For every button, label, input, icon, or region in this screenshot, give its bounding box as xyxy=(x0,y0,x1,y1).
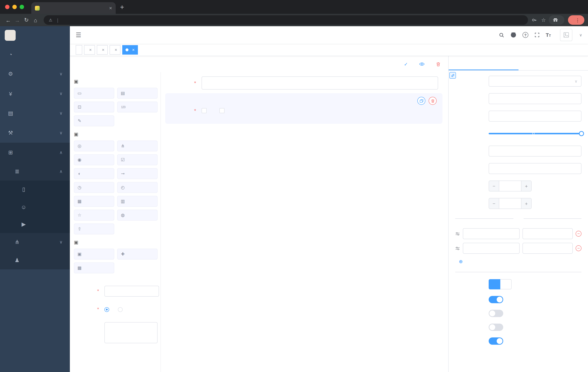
palette-item-button[interactable]: ✚ xyxy=(117,249,158,260)
sidebar-item-leave-query[interactable]: ♟ xyxy=(0,251,70,269)
sidebar-item-task-management[interactable]: ⋔ ∨ xyxy=(0,233,70,251)
tag-close-icon[interactable]: × xyxy=(132,47,135,52)
sidebar-item-process-management[interactable]: ≣ ∧ xyxy=(0,162,70,181)
tag-home[interactable] xyxy=(76,45,82,54)
sidebar-item-process-model[interactable]: ▶ xyxy=(0,215,70,233)
palette-item-time-range[interactable]: ◴ xyxy=(117,182,158,193)
increase-button[interactable]: + xyxy=(521,181,531,191)
drag-handle-icon[interactable] xyxy=(455,232,460,236)
form-grid-slider[interactable] xyxy=(489,128,581,139)
stepper-placeholder[interactable] xyxy=(499,198,521,209)
palette-item-select[interactable]: ◎ xyxy=(74,140,114,151)
tag-process-form-edit[interactable]: × xyxy=(122,45,138,54)
remove-option-button[interactable]: − xyxy=(576,245,581,251)
copy-component-button[interactable] xyxy=(417,97,425,105)
palette-item-row-container[interactable]: ▣ xyxy=(74,249,114,260)
tab-component-props[interactable] xyxy=(449,56,518,70)
browser-menu-icon[interactable]: ⋮ xyxy=(575,17,580,23)
phone-input[interactable] xyxy=(202,76,438,90)
palette-item-time-picker[interactable]: ◷ xyxy=(74,182,114,193)
delete-component-button[interactable] xyxy=(429,97,437,105)
tab-form-props[interactable] xyxy=(518,56,588,70)
stepper-placeholder[interactable] xyxy=(499,181,521,191)
gender-field-selected[interactable] xyxy=(165,93,442,124)
back-button[interactable]: ← xyxy=(4,15,13,25)
increase-button[interactable]: + xyxy=(521,198,531,209)
remove-option-button[interactable]: − xyxy=(576,231,581,237)
hamburger-icon[interactable]: ☰ xyxy=(76,31,81,39)
gender-option2-checkbox[interactable] xyxy=(220,108,227,113)
gender-option1-checkbox[interactable] xyxy=(202,108,209,113)
sidebar-item-process-form[interactable]: ▯ xyxy=(0,181,70,198)
app-logo[interactable] xyxy=(0,26,70,44)
default-value-input[interactable] xyxy=(489,163,581,174)
font-size-icon[interactable]: TT xyxy=(546,32,551,37)
palette-item-color-picker[interactable]: ◍ xyxy=(117,210,158,221)
status-on-radio[interactable] xyxy=(105,307,111,312)
title-input[interactable] xyxy=(489,111,581,122)
address-bar[interactable]: ⚠ | xyxy=(44,15,528,25)
tag-close-icon[interactable]: × xyxy=(89,47,92,52)
palette-item-counter[interactable]: 123 xyxy=(117,102,158,112)
palette-item-rate[interactable]: ☆ xyxy=(74,210,114,221)
border-switch[interactable] xyxy=(489,310,503,317)
home-button[interactable]: ⌂ xyxy=(31,15,40,25)
sidebar-item-system[interactable]: ⚙ ∨ xyxy=(0,64,70,84)
palette-item-cascader[interactable]: ⋔ xyxy=(117,140,158,151)
search-icon[interactable] xyxy=(499,32,504,38)
github-icon[interactable] xyxy=(511,32,516,38)
minimize-window-button[interactable] xyxy=(12,5,17,9)
close-window-button[interactable] xyxy=(5,5,10,9)
palette-item-slider[interactable]: ⊸ xyxy=(117,168,158,179)
new-tab-button[interactable]: + xyxy=(120,3,124,10)
tag-process-model[interactable]: × xyxy=(97,45,108,54)
palette-item-single-line[interactable]: ▭ xyxy=(74,88,114,99)
show-label-switch[interactable] xyxy=(489,296,503,303)
fullscreen-icon[interactable] xyxy=(535,32,540,37)
palette-item-table[interactable]: ▩ xyxy=(74,262,114,273)
option-style-default-button[interactable] xyxy=(489,279,500,289)
avatar-caret-icon[interactable]: ∨ xyxy=(579,32,582,37)
sidebar-item-payment[interactable]: ¥ ∨ xyxy=(0,84,70,103)
required-switch[interactable] xyxy=(489,337,503,345)
sidebar-item-infrastructure[interactable]: ▤ ∨ xyxy=(0,103,70,123)
drag-handle-icon[interactable] xyxy=(455,246,460,250)
add-option-button[interactable]: ⊕ xyxy=(455,259,581,264)
palette-item-date-picker[interactable]: ▦ xyxy=(74,196,114,207)
component-type-select[interactable]: ∨ xyxy=(489,76,581,87)
save-button[interactable]: ✓ xyxy=(404,61,410,67)
palette-item-textarea[interactable]: ▤ xyxy=(117,88,158,99)
label-width-input[interactable] xyxy=(489,146,581,157)
update-chip[interactable]: ⋮ xyxy=(568,15,584,25)
sidebar-item-workflow[interactable]: ⊞ ∧ xyxy=(0,143,70,162)
sidebar-item-home[interactable]: ◔ xyxy=(0,44,70,64)
slider-handle[interactable] xyxy=(579,131,584,136)
clear-button[interactable] xyxy=(436,62,442,66)
field-name-input[interactable] xyxy=(489,93,581,104)
palette-item-upload[interactable]: ⇧ xyxy=(74,223,114,234)
maximize-window-button[interactable] xyxy=(20,5,24,9)
sidebar-item-user-group[interactable]: ☺ xyxy=(0,198,70,215)
status-off-radio[interactable] xyxy=(118,307,125,312)
palette-item-editor[interactable]: ✎ xyxy=(74,115,114,126)
option-name-input[interactable] xyxy=(463,243,520,254)
palette-item-radio-group[interactable]: ◉ xyxy=(74,154,114,165)
help-icon[interactable]: ? xyxy=(523,32,528,38)
decrease-button[interactable]: − xyxy=(489,198,499,209)
forward-button[interactable]: → xyxy=(13,15,22,25)
palette-item-checkbox-group[interactable]: ☑ xyxy=(117,154,158,165)
view-json-button[interactable] xyxy=(419,62,426,66)
phone-field[interactable] xyxy=(165,76,442,90)
reload-button[interactable]: ↻ xyxy=(22,15,31,25)
user-avatar[interactable] xyxy=(560,29,572,41)
option-value-input[interactable] xyxy=(523,243,573,254)
palette-item-switch[interactable]: ◐ xyxy=(74,168,114,179)
option-style-button-button[interactable] xyxy=(500,279,512,289)
decrease-button[interactable]: − xyxy=(489,181,499,191)
tag-close-icon[interactable]: × xyxy=(115,47,117,52)
tag-process-form[interactable]: × xyxy=(110,45,120,54)
palette-item-password[interactable]: ⊡ xyxy=(74,102,114,112)
tab-close-icon[interactable]: × xyxy=(109,5,112,11)
form-remark-textarea[interactable] xyxy=(105,322,158,343)
tag-close-icon[interactable]: × xyxy=(102,47,105,52)
